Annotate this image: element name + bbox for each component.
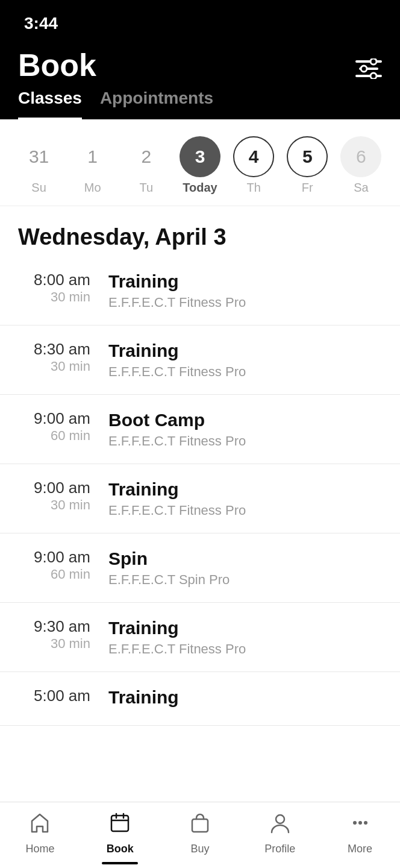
class-time: 9:00 am 60 min [18, 548, 108, 582]
tab-appointments[interactable]: Appointments [100, 89, 213, 119]
time-main: 9:00 am [34, 548, 90, 567]
class-info: Boot Camp E.F.F.E.C.T Fitness Pro [108, 409, 382, 449]
day-label-3: Today [183, 181, 217, 195]
header: Book [0, 42, 400, 89]
time-main: 9:30 am [34, 617, 90, 636]
time-main: 5:00 am [34, 687, 90, 705]
day-number-4: 4 [233, 136, 274, 177]
class-info: Training E.F.F.E.C.T Fitness Pro [108, 617, 382, 657]
class-item[interactable]: 9:00 am 30 min Training E.F.F.E.C.T Fitn… [0, 464, 400, 533]
calendar-day-3[interactable]: 3 Today [180, 136, 220, 195]
person-icon [269, 811, 292, 839]
class-item[interactable]: 5:00 am Training [0, 672, 400, 726]
nav-label-buy: Buy [190, 843, 209, 855]
time-main: 9:00 am [34, 479, 90, 497]
class-name: Training [108, 687, 382, 708]
class-name: Boot Camp [108, 409, 382, 431]
class-info: Spin E.F.F.E.C.T Spin Pro [108, 548, 382, 588]
svg-point-4 [361, 66, 367, 72]
calendar-day-5[interactable]: 5 Fr [287, 136, 328, 195]
status-bar: 3:44 [0, 0, 400, 42]
calendar-icon [108, 811, 131, 839]
time-main: 9:00 am [34, 409, 90, 428]
class-studio: E.F.F.E.C.T Fitness Pro [108, 364, 382, 380]
time-duration: 30 min [51, 636, 90, 652]
home-icon [28, 811, 51, 839]
calendar-day-4[interactable]: 4 Th [233, 136, 274, 195]
svg-rect-6 [111, 816, 128, 831]
filter-button[interactable] [355, 58, 382, 79]
class-time: 9:30 am 30 min [18, 617, 108, 652]
nav-item-home[interactable]: Home [0, 811, 80, 855]
day-label-31: Su [31, 181, 46, 195]
class-name: Training [108, 479, 382, 500]
class-time: 8:30 am 30 min [18, 340, 108, 374]
day-label-1: Mo [84, 181, 101, 195]
time-duration: 60 min [51, 428, 90, 444]
calendar-day-31[interactable]: 31 Su [19, 136, 60, 195]
day-number-3: 3 [180, 136, 220, 177]
nav-label-profile: Profile [264, 843, 295, 855]
class-item[interactable]: 8:00 am 30 min Training E.F.F.E.C.T Fitn… [0, 256, 400, 326]
nav-active-indicator [102, 862, 138, 864]
svg-point-13 [358, 821, 362, 825]
day-label-6: Sa [354, 181, 368, 195]
class-time: 9:00 am 30 min [18, 479, 108, 513]
time-duration: 30 min [51, 497, 90, 513]
tab-classes[interactable]: Classes [18, 89, 82, 119]
svg-point-3 [370, 58, 377, 64]
calendar-day-1[interactable]: 1 Mo [72, 136, 113, 195]
class-item[interactable]: 9:30 am 30 min Training E.F.F.E.C.T Fitn… [0, 603, 400, 672]
status-time: 3:44 [24, 14, 58, 33]
class-name: Training [108, 271, 382, 292]
class-time: 5:00 am [18, 687, 108, 705]
svg-rect-0 [355, 60, 382, 63]
time-duration: 60 min [51, 567, 90, 582]
class-time: 8:00 am 30 min [18, 271, 108, 305]
time-main: 8:30 am [34, 340, 90, 359]
class-item[interactable]: 8:30 am 30 min Training E.F.F.E.C.T Fitn… [0, 326, 400, 395]
time-duration: 30 min [51, 289, 90, 305]
more-icon [349, 811, 372, 839]
nav-item-profile[interactable]: Profile [240, 811, 320, 855]
svg-rect-10 [192, 819, 208, 832]
day-label-4: Th [246, 181, 260, 195]
page-title: Book [18, 48, 96, 89]
svg-point-11 [276, 815, 284, 823]
class-time: 9:00 am 60 min [18, 409, 108, 444]
tabs: Classes Appointments [0, 89, 400, 119]
nav-item-book[interactable]: Book [80, 811, 160, 855]
class-studio: E.F.F.E.C.T Fitness Pro [108, 641, 382, 657]
bag-icon [189, 811, 211, 839]
calendar-day-6[interactable]: 6 Sa [340, 136, 381, 195]
nav-item-more[interactable]: More [320, 811, 400, 855]
nav-label-home: Home [25, 843, 54, 855]
day-number-31: 31 [19, 136, 60, 177]
svg-point-12 [353, 821, 357, 825]
filter-icon [355, 58, 382, 79]
class-studio: E.F.F.E.C.T Fitness Pro [108, 295, 382, 310]
calendar-day-2[interactable]: 2 Tu [126, 136, 167, 195]
class-item[interactable]: 9:00 am 60 min Boot Camp E.F.F.E.C.T Fit… [0, 395, 400, 464]
class-info: Training [108, 687, 382, 711]
time-main: 8:00 am [34, 271, 90, 289]
svg-point-14 [364, 821, 367, 825]
nav-label-book: Book [107, 843, 134, 855]
day-number-6: 6 [340, 136, 381, 177]
date-heading: Wednesday, April 3 [0, 206, 400, 256]
nav-item-buy[interactable]: Buy [160, 811, 240, 855]
day-number-2: 2 [126, 136, 167, 177]
bottom-nav: Home Book Buy Profile More [0, 802, 400, 868]
day-label-2: Tu [140, 181, 154, 195]
class-name: Training [108, 340, 382, 362]
class-name: Training [108, 617, 382, 639]
class-name: Spin [108, 548, 382, 570]
svg-point-5 [370, 73, 377, 79]
day-number-5: 5 [287, 136, 328, 177]
time-duration: 30 min [51, 359, 90, 374]
class-info: Training E.F.F.E.C.T Fitness Pro [108, 271, 382, 310]
day-label-5: Fr [302, 181, 313, 195]
class-studio: E.F.F.E.C.T Fitness Pro [108, 433, 382, 449]
nav-label-more: More [348, 843, 372, 855]
class-item[interactable]: 9:00 am 60 min Spin E.F.F.E.C.T Spin Pro [0, 533, 400, 603]
